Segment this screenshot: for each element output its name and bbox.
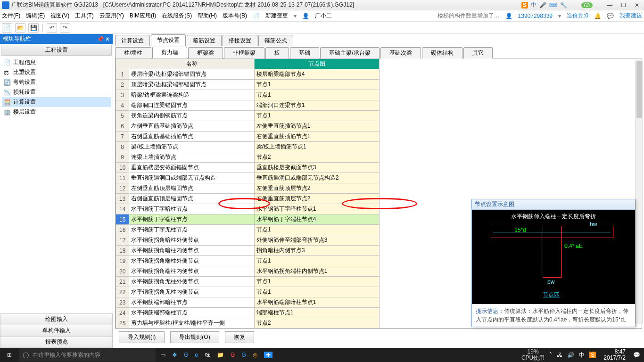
table-row[interactable]: 24水平钢筋端部端柱节点端部端柱节点1 — [116, 308, 380, 318]
cell-name[interactable]: 梁/板上墙插筋节点 — [129, 142, 254, 152]
notify-badge[interactable]: 63 — [581, 2, 593, 8]
app4-icon[interactable]: G — [241, 352, 246, 358]
cell-name[interactable]: 水平钢筋端部端柱节点 — [129, 308, 254, 318]
cell-node[interactable]: 水平钢筋丁字端柱节点4 — [254, 214, 379, 225]
cell-name[interactable]: 水平钢筋丁字端柱节点 — [129, 214, 254, 225]
nav-item-5[interactable]: 🏢楼层设置 — [2, 107, 111, 117]
menu-online[interactable]: 在线服务(S) — [162, 12, 192, 20]
btn-draw-input[interactable]: 绘图输入 — [0, 314, 113, 325]
feedback-icon[interactable]: 💬 — [607, 13, 614, 19]
user-icon[interactable]: 👤 — [302, 13, 309, 19]
cell-node[interactable]: 节点1 — [254, 80, 379, 90]
table-row[interactable]: 12左侧垂直筋顶层锚固节点左侧垂直筋顶层节点2 — [116, 183, 380, 194]
cell-name[interactable]: 垂直钢筋遇洞口或端部无节点构造 — [129, 173, 254, 183]
table-row[interactable]: 25剪力墙与框架柱/框支柱/端柱平齐一侧节点2 — [116, 318, 380, 329]
table-row[interactable]: 23水平钢筋端部暗柱节点水平钢筋端部暗柱节点1 — [116, 297, 380, 308]
import-rules-button[interactable]: 导入规则(I) — [119, 331, 165, 343]
col-name[interactable]: 名称 — [129, 59, 254, 69]
tray-volume-icon[interactable]: 🔊 — [567, 352, 574, 358]
tb-save-icon[interactable]: 💾 — [28, 23, 39, 33]
tray-ime[interactable]: 中 — [579, 351, 585, 359]
beans-label[interactable]: 造价豆:0 — [567, 12, 588, 20]
tb-redo-icon[interactable]: ↷ — [60, 23, 70, 33]
tb-new-icon[interactable]: 📄 — [2, 23, 12, 33]
cell-node[interactable]: 水平钢筋端部暗柱节点1 — [254, 297, 379, 308]
menu-version[interactable]: 版本号(B) — [223, 12, 247, 20]
restore-button[interactable]: 恢复 — [225, 331, 254, 343]
cell-name[interactable]: 右侧垂直筋基础插筋节点 — [129, 132, 254, 142]
cell-node[interactable]: 水平钢筋丁字暗柱节点1 — [254, 204, 379, 214]
table-row[interactable]: 20水平钢筋拐角端柱内侧节点水平钢筋拐角端柱内侧节点1 — [116, 266, 380, 277]
cell-node[interactable]: 垂直筋遇洞口或端部无节点构造2 — [254, 173, 379, 183]
cell-node[interactable]: 节点1 — [254, 277, 379, 287]
taskview-icon[interactable]: ▭ — [160, 352, 165, 358]
cell-name[interactable]: 左侧垂直筋顶层锚固节点 — [129, 183, 254, 194]
menu-user[interactable]: 广小二 — [315, 12, 332, 20]
tray-up-icon[interactable]: ˄ — [549, 352, 552, 358]
explorer-icon[interactable]: 📁 — [217, 352, 224, 358]
diagram-link[interactable]: 节点四 — [543, 291, 560, 299]
tab1-2[interactable]: 箍筋设置 — [187, 35, 222, 46]
tab2-3[interactable]: 非框架梁 — [224, 47, 264, 58]
app2-icon[interactable]: G — [184, 352, 188, 358]
store-icon[interactable]: 🛍 — [205, 352, 210, 358]
cell-name[interactable]: 垂直筋楼层变截面锚固节点 — [129, 163, 254, 173]
cell-node[interactable]: 梁/板上墙插筋节点1 — [254, 142, 379, 152]
cell-node[interactable]: 端部端柱节点1 — [254, 308, 379, 318]
tb-undo-icon[interactable]: ↶ — [47, 23, 57, 33]
table-row[interactable]: 7右侧垂直筋基础插筋节点右侧垂直筋插筋节点1 — [116, 132, 380, 142]
table-row[interactable]: 6左侧垂直筋基础插筋节点左侧垂直筋插筋节点1 — [116, 121, 380, 132]
cell-node[interactable]: 左侧垂直筋顶层节点2 — [254, 183, 379, 194]
app5-icon[interactable]: ◎ — [253, 352, 257, 358]
cell-name[interactable]: 右侧垂直筋顶层锚固节点 — [129, 194, 254, 204]
table-row[interactable]: 8梁/板上墙插筋节点梁/板上墙插筋节点1 — [116, 142, 380, 152]
btn-single-input[interactable]: 单构件输入 — [0, 325, 113, 337]
menu-bim[interactable]: BIM应用(I) — [130, 12, 157, 20]
cell-node[interactable]: 节点1 — [254, 225, 379, 235]
menu-help[interactable]: 帮助(H) — [198, 12, 217, 20]
phone-label[interactable]: 13907298339 — [518, 13, 553, 19]
nav-item-1[interactable]: ⚖比重设置 — [2, 67, 111, 77]
nav-item-4[interactable]: 🧮计算设置 — [2, 97, 111, 107]
cell-node[interactable]: 节点1 — [254, 90, 379, 100]
menu-view[interactable]: 视图(V) — [50, 12, 69, 20]
pin-icon[interactable]: 📌 ✕ — [97, 36, 110, 42]
ime-toolbar[interactable]: S 中 🎤 ⌨ 🔧 — [521, 1, 567, 9]
tab2-1[interactable]: 剪力墙 — [152, 47, 187, 58]
menu-dropdown-icon[interactable]: ▾ — [294, 13, 297, 19]
tab1-4[interactable]: 箍筋公式 — [258, 35, 293, 46]
cell-node[interactable]: 端部洞口连梁节点1 — [254, 100, 379, 111]
tab1-3[interactable]: 搭接设置 — [223, 35, 257, 46]
cell-name[interactable]: 水平钢筋拐角暗柱内侧节点 — [129, 246, 254, 256]
table-row[interactable]: 17水平钢筋拐角暗柱外侧节点外侧钢筋伸至端部弯折节点3 — [116, 235, 380, 246]
table-row[interactable]: 13右侧垂直筋顶层锚固节点右侧垂直筋顶层节点2 — [116, 194, 380, 204]
nav-item-3[interactable]: 📉损耗设置 — [2, 87, 111, 97]
cell-node[interactable]: 垂直筋楼层变截面节点3 — [254, 163, 379, 173]
cell-node[interactable]: 节点1 — [254, 256, 379, 266]
cell-node[interactable]: 左侧垂直筋插筋节点1 — [254, 121, 379, 132]
menu-file[interactable]: 文件(F) — [2, 12, 20, 20]
bell-icon[interactable]: 🔔 — [594, 13, 601, 19]
cell-name[interactable]: 连梁上墙插筋节点 — [129, 152, 254, 163]
tab2-6[interactable]: 基础主梁/承台梁 — [320, 47, 379, 58]
cell-name[interactable]: 水平钢筋拐角暗柱外侧节点 — [129, 235, 254, 246]
tab2-2[interactable]: 框架梁 — [188, 47, 223, 58]
table-row[interactable]: 26水平钢筋斜交丁字墙节点节点1 — [116, 329, 380, 329]
menu-cloud[interactable]: 云应用(Y) — [99, 12, 124, 20]
cell-name[interactable]: 水平钢筋端部暗柱节点 — [129, 297, 254, 308]
cell-node[interactable]: 节点1 — [254, 329, 379, 329]
table-row[interactable]: 2顶层暗梁/边框梁端部锚固节点节点1 — [116, 80, 380, 90]
table-row[interactable]: 21水平钢筋拐角无柱外侧节点节点1 — [116, 277, 380, 287]
table-row[interactable]: 18水平钢筋拐角暗柱内侧节点拐角暗柱内侧节点3 — [116, 246, 380, 256]
app6-icon[interactable]: ✚ — [264, 352, 272, 358]
cell-name[interactable]: 顶层暗梁/边框梁端部锚固节点 — [129, 80, 254, 90]
tab2-4[interactable]: 板 — [265, 47, 289, 58]
app1-icon[interactable]: ❖ — [172, 352, 177, 358]
cell-node[interactable]: 节点2 — [254, 152, 379, 163]
table-row[interactable]: 9连梁上墙插筋节点节点2 — [116, 152, 380, 163]
cell-name[interactable]: 水平钢筋拐角无柱外侧节点 — [129, 277, 254, 287]
nav-header[interactable]: 工程设置 — [1, 45, 112, 56]
tab2-8[interactable]: 砌体结构 — [422, 47, 462, 58]
table-row[interactable]: 15水平钢筋丁字端柱节点水平钢筋丁字端柱节点4 — [116, 214, 380, 225]
tab1-0[interactable]: 计算设置 — [115, 35, 150, 46]
